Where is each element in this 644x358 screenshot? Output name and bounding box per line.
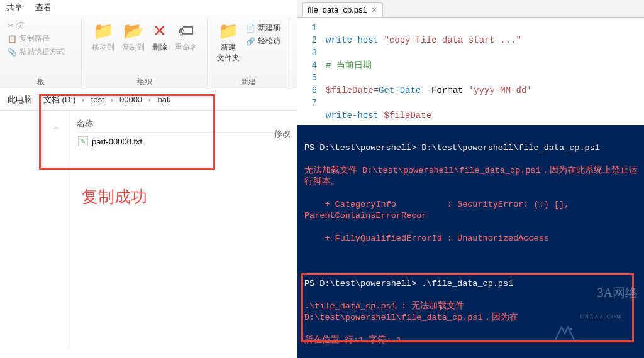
highlight-box-files — [39, 94, 215, 170]
ribbon: ✂切 📋复制路径 📎粘贴快捷方式 板 📁移动到 📂复制到 ✕删除 🏷重命名 组织… — [0, 15, 297, 89]
new-item-button[interactable]: 📄新建项 — [243, 21, 283, 35]
close-icon[interactable]: ✕ — [371, 6, 377, 14]
clipboard-group-label: 板 — [37, 77, 45, 87]
term-error: 无法加载文件 D:\test\powershell\file_data_cp.p… — [304, 165, 638, 188]
easy-icon: 🔗 — [246, 37, 255, 46]
term-error: + CategoryInfo : SecurityError: (:) [], … — [304, 199, 638, 222]
easy-access-button[interactable]: 🔗轻松访 — [243, 35, 283, 48]
term-line — [304, 256, 638, 267]
watermark: 3A网络 CNAAA.COM — [552, 276, 638, 345]
new-folder-button[interactable]: 📁新建 文件夹 — [213, 19, 243, 66]
cut-button[interactable]: ✂切 — [5, 19, 26, 32]
editor-tab-bar: file_data_cp.ps1 ✕ — [297, 0, 644, 18]
path-icon: 📋 — [8, 35, 17, 43]
tab-label: file_data_cp.ps1 — [308, 5, 367, 14]
term-line: PS D:\test\powershell> D:\test\powershel… — [304, 143, 638, 154]
paste-shortcut-button[interactable]: 📎粘贴快捷方式 — [5, 45, 67, 58]
shortcut-icon: 📎 — [8, 48, 17, 57]
copyto-icon: 📂 — [123, 21, 143, 41]
editor-pane: file_data_cp.ps1 ✕ 1234567 write-host "c… — [297, 0, 644, 358]
powershell-terminal[interactable]: PS D:\test\powershell> D:\test\powershel… — [297, 125, 644, 358]
move-to-button[interactable]: 📁移动到 — [88, 19, 118, 55]
menu-bar: 共享 查看 — [0, 0, 297, 15]
svg-point-0 — [570, 328, 572, 330]
newitem-icon: 📄 — [246, 24, 255, 33]
folder-icon: 📁 — [218, 21, 238, 41]
organize-group-label: 组织 — [137, 77, 152, 87]
line-gutter: 1234567 — [297, 18, 323, 125]
copy-to-button[interactable]: 📂复制到 — [118, 19, 148, 55]
delete-icon: ✕ — [153, 21, 167, 41]
rename-icon: 🏷 — [178, 21, 194, 41]
bc-root[interactable]: 此电脑 — [5, 93, 35, 107]
editor-tab[interactable]: file_data_cp.ps1 ✕ — [302, 2, 383, 17]
menu-view[interactable]: 查看 — [35, 2, 52, 13]
rename-button[interactable]: 🏷重命名 — [171, 19, 201, 55]
moveto-icon: 📁 — [93, 21, 113, 41]
delete-button[interactable]: ✕删除 — [148, 19, 171, 55]
copy-path-button[interactable]: 📋复制路径 — [5, 32, 52, 45]
code-content[interactable]: write-host "copy file data start ..." # … — [323, 18, 625, 125]
term-error: + FullyQualifiedErrorId : UnauthorizedAc… — [304, 233, 638, 244]
file-explorer: 共享 查看 ✂切 📋复制路径 📎粘贴快捷方式 板 📁移动到 📂复制到 ✕删除 🏷… — [0, 0, 297, 358]
watermark-logo-icon — [552, 301, 578, 320]
new-group-label: 新建 — [241, 77, 256, 87]
annotation-success: 复制成功 — [82, 186, 147, 208]
cut-icon: ✂ — [8, 21, 14, 30]
menu-share[interactable]: 共享 — [6, 2, 23, 13]
code-editor[interactable]: 1234567 write-host "copy file data start… — [297, 18, 644, 125]
modified-column-header[interactable]: 修改 — [274, 128, 291, 139]
